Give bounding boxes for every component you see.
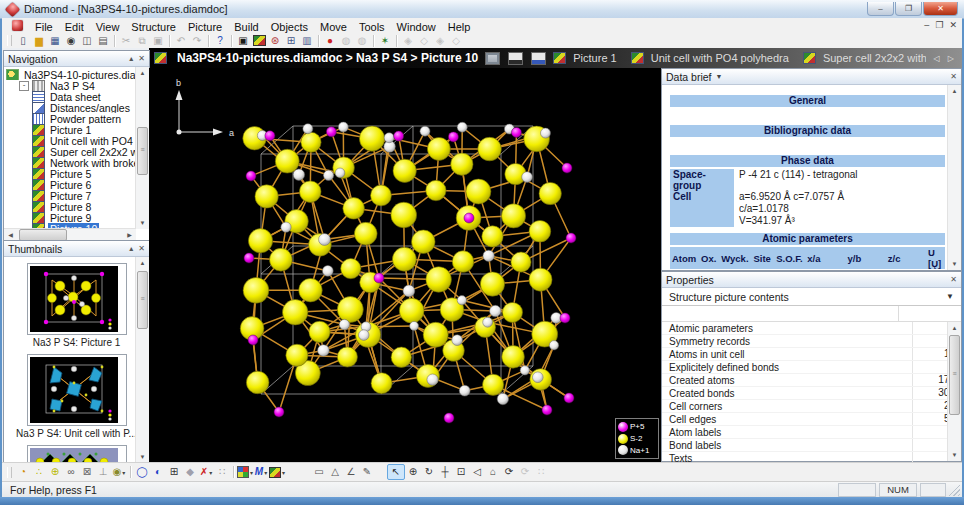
property-row[interactable]: Explicitely defined bonds0 [662, 361, 961, 374]
tree-item-picture-5[interactable]: Picture 5 [4, 168, 149, 179]
navigation-vscrollbar[interactable]: ▲ ▼ [135, 67, 149, 229]
menu-picture[interactable]: Picture [182, 21, 228, 33]
navigation-scroll-thumb[interactable] [137, 127, 148, 175]
find-icon[interactable]: ◉ [63, 34, 79, 48]
document-tab-2[interactable]: Unit cell with PO4 polyhedra [631, 52, 789, 64]
properties-close-icon[interactable]: ✕ [950, 275, 957, 284]
print-icon[interactable]: ▤ [95, 34, 111, 48]
thumbnail-item-2[interactable] [27, 354, 127, 426]
tree-item-data-sheet[interactable]: Data sheet [4, 91, 149, 102]
reset-view-icon[interactable]: ⌂ [485, 465, 501, 479]
context-help-icon[interactable]: ? [212, 34, 228, 48]
dangling-bonds-icon[interactable]: ⊥ [95, 465, 111, 479]
tree-item-picture-6[interactable]: Picture 6 [4, 179, 149, 190]
properties-scroll-thumb[interactable] [949, 335, 960, 415]
menu-view[interactable]: View [90, 21, 126, 33]
scroll-down-icon[interactable]: ▼ [948, 449, 961, 461]
menu-structure[interactable]: Structure [125, 21, 182, 33]
translate-mode-icon[interactable]: ┼ [437, 465, 453, 479]
tree-item-picture-8[interactable]: Picture 8 [4, 201, 149, 212]
select-mode-icon[interactable]: ↖ [387, 464, 405, 480]
menu-window[interactable]: Window [391, 21, 442, 33]
atom-pair-icon[interactable]: ∷ [214, 465, 230, 479]
property-row[interactable]: Bond labels0 [662, 439, 961, 452]
slideshow-icon[interactable]: ▥ [299, 34, 315, 48]
property-row[interactable]: Symmetry records8 [662, 335, 961, 348]
property-row[interactable]: Created bonds304 [662, 387, 961, 400]
tree-item-super-cell-2x2x2-with[interactable]: Super cell 2x2x2 with [4, 146, 149, 157]
property-row[interactable]: Atoms in unit cell16 [662, 348, 961, 361]
palette-icon[interactable]: ▾ [237, 465, 253, 479]
property-row[interactable]: Cell corners27 [662, 400, 961, 413]
connect-atoms-icon[interactable]: ∞ [63, 465, 79, 479]
save-icon[interactable]: ▦ [47, 34, 63, 48]
menu-tools[interactable]: Tools [353, 21, 391, 33]
move-mode-icon[interactable]: ⊕ [405, 465, 421, 479]
add-atom-red-icon[interactable]: ● [322, 34, 338, 48]
document-tab-3[interactable]: Super cell 2x2x2 with NaS polyhedron [803, 52, 927, 64]
zoom-mode-icon[interactable]: ⊡ [453, 465, 469, 479]
menu-help[interactable]: Help [442, 21, 477, 33]
save-picture-icon[interactable] [485, 52, 500, 65]
new-icon[interactable]: ▯ [15, 34, 31, 48]
tree-item-distances-angles[interactable]: Distances/angles [4, 102, 149, 113]
new-picture-icon[interactable] [251, 34, 267, 48]
fill-coordination-icon[interactable]: ◉▾ [111, 465, 127, 479]
measure-angle-icon[interactable]: △ [327, 465, 343, 479]
table-window-icon[interactable]: ⊞ [283, 34, 299, 48]
print-preview-icon[interactable]: ◫ [79, 34, 95, 48]
open-icon[interactable]: ▆ [31, 34, 47, 48]
scroll-up-icon[interactable]: ▲ [948, 85, 961, 97]
scroll-down-icon[interactable]: ▼ [136, 217, 149, 229]
picture-view-a-icon[interactable] [508, 52, 523, 65]
scroll-up-icon[interactable]: ▲ [948, 322, 961, 334]
spin-mode-icon[interactable]: ⟳ [501, 465, 517, 479]
resize-grip[interactable] [948, 484, 960, 496]
menu-objects[interactable]: Objects [265, 21, 314, 33]
minimize-button[interactable]: ‒ [867, 2, 894, 16]
tree-item-picture-9[interactable]: Picture 9 [4, 212, 149, 223]
property-row[interactable]: Atom labels0 [662, 426, 961, 439]
picture-icon[interactable]: ▣ [235, 34, 251, 48]
menu-build[interactable]: Build [228, 21, 264, 33]
data-brief-menu-caret-icon[interactable]: ▼ [716, 73, 723, 80]
menu-edit[interactable]: Edit [59, 21, 90, 33]
document-icon[interactable] [12, 20, 23, 31]
property-row[interactable]: Created atoms177 [662, 374, 961, 387]
tree-item-network-with-broken[interactable]: Network with broken- [4, 157, 149, 168]
measure-plane-icon[interactable]: ✎ [359, 465, 375, 479]
thumbnails-close-icon[interactable]: ✕ [138, 244, 145, 253]
picture-settings-icon[interactable]: ▾ [269, 465, 285, 479]
document-tab-1[interactable]: Picture 1 [553, 52, 616, 64]
thumbnails-collapse-icon[interactable]: ▴ [129, 244, 133, 253]
thumbnail-item-1[interactable] [27, 263, 127, 335]
scroll-up-icon[interactable]: ▲ [136, 67, 149, 79]
polygon-outline-icon[interactable]: ◯ [134, 465, 150, 479]
destroy-bonds-icon[interactable]: ✗▾ [198, 465, 214, 479]
mdi-minimize-icon[interactable]: ‒ [924, 19, 929, 32]
rotate-mode-icon[interactable]: ↻ [421, 465, 437, 479]
unit-cell-edges-icon[interactable]: ⊞ [166, 465, 182, 479]
breadcrumb[interactable]: Na3PS4-10-pictures.diamdoc > Na3 P S4 > … [177, 51, 478, 65]
toolbar-grip[interactable] [7, 35, 12, 46]
tree-item-na3ps4-10-pictures-diamdoc[interactable]: Na3PS4-10-pictures.diamdoc [4, 69, 149, 80]
close-button[interactable]: ✕ [923, 2, 958, 16]
measure-torsion-icon[interactable]: ∠ [343, 465, 359, 479]
menu-file[interactable]: File [29, 21, 59, 33]
view-along-icon[interactable]: ◁ [469, 465, 485, 479]
mdi-restore-icon[interactable]: ❐ [935, 19, 943, 32]
scroll-down-icon[interactable]: ▼ [948, 258, 961, 270]
navigation-close-icon[interactable]: ✕ [138, 54, 145, 63]
add-atoms-icon[interactable]: ∴ [31, 465, 47, 479]
data-brief-vscrollbar[interactable]: ▲ ▼ [947, 85, 961, 270]
toolbar-grip[interactable] [7, 467, 12, 478]
property-row[interactable]: Cell edges54 [662, 413, 961, 426]
polyhedra-icon[interactable]: ◆ [182, 465, 198, 479]
scroll-up-icon[interactable]: ▲ [136, 257, 149, 269]
tree-item-na3-p-s4[interactable]: -Na3 P S4 [4, 80, 149, 91]
tab-scroll-arrows[interactable]: ◁ ▷ [933, 54, 957, 63]
material-icon[interactable]: M▾ [253, 465, 269, 479]
measure-distance-icon[interactable]: ▭ [311, 465, 327, 479]
tree-item-picture-1[interactable]: Picture 1 [4, 124, 149, 135]
two-tone-sphere-icon[interactable]: ◐ [150, 465, 166, 479]
